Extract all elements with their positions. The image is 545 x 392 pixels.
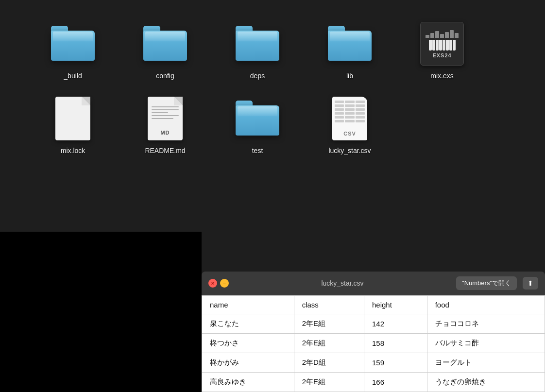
file-item-lucky-star[interactable]: CSV lucky_star.csv <box>306 94 393 154</box>
cell-height: 166 <box>364 373 427 392</box>
folder-icon-test <box>233 94 282 143</box>
file-item-mix-exs[interactable]: EXS24 mix.exs <box>398 19 486 80</box>
doc-icon-readme: MD <box>141 94 189 143</box>
file-item-build[interactable]: _build <box>29 19 117 80</box>
file-item-test[interactable]: test <box>214 94 301 154</box>
csv-icon-lucky-star: CSV <box>325 94 374 143</box>
preview-controls: ✕ – <box>208 279 229 288</box>
folder-icon-config <box>141 19 189 68</box>
cell-name: 柊つかさ <box>202 334 294 353</box>
cell-class: 2年E組 <box>294 334 364 353</box>
col-header-class: class <box>294 296 364 314</box>
cell-class: 2年E組 <box>294 373 364 392</box>
table-row: 泉こなた2年E組142チョココロネ <box>202 314 545 334</box>
file-label-config: config <box>156 72 174 80</box>
cell-class: 2年D組 <box>294 353 364 373</box>
folder-icon-deps <box>233 19 282 68</box>
file-label-mix-lock: mix.lock <box>61 147 85 154</box>
col-header-name: name <box>202 296 294 314</box>
close-icon: ✕ <box>211 281 215 286</box>
close-button[interactable]: ✕ <box>208 279 217 288</box>
file-label-deps: deps <box>250 72 265 80</box>
preview-filename: lucky_star.csv <box>235 279 450 287</box>
col-header-height: height <box>364 296 427 314</box>
table-row: 柊かがみ2年D組159ヨーグルト <box>202 353 545 373</box>
cell-food: バルサミコ酢 <box>427 334 545 353</box>
file-label-readme: README.md <box>145 147 185 154</box>
csv-preview: name class height food 泉こなた2年E組142チョココロネ… <box>202 295 545 392</box>
doc-icon-mix-lock <box>49 94 97 143</box>
folder-icon-lib <box>325 19 374 68</box>
file-item-deps[interactable]: deps <box>214 19 301 80</box>
cell-height: 142 <box>364 314 427 334</box>
minimize-icon: – <box>223 281 226 286</box>
file-item-config[interactable]: config <box>121 19 209 80</box>
file-label-lib: lib <box>346 72 353 80</box>
csv-table: name class height food 泉こなた2年E組142チョココロネ… <box>202 295 545 392</box>
cell-name: 柊かがみ <box>202 353 294 373</box>
cell-height: 159 <box>364 353 427 373</box>
file-item-readme[interactable]: MD README.md <box>121 94 209 154</box>
left-black-area <box>0 232 202 392</box>
cell-food: ヨーグルト <box>427 353 545 373</box>
preview-panel: ✕ – lucky_star.csv "Numbers"で開く ⬆ name c… <box>202 272 545 392</box>
table-row: 高良みゆき2年E組166うなぎの卵焼き <box>202 373 545 392</box>
cell-name: 泉こなた <box>202 314 294 334</box>
share-button[interactable]: ⬆ <box>523 277 538 290</box>
cell-food: チョココロネ <box>427 314 545 334</box>
cell-name: 高良みゆき <box>202 373 294 392</box>
file-item-mix-lock[interactable]: mix.lock <box>29 94 117 154</box>
file-label-test: test <box>252 147 263 154</box>
exs24-icon-mix: EXS24 <box>418 19 466 68</box>
share-icon: ⬆ <box>528 279 533 287</box>
table-header-row: name class height food <box>202 296 545 314</box>
file-label-mix-exs: mix.exs <box>430 72 453 80</box>
minimize-button[interactable]: – <box>220 279 229 288</box>
open-in-numbers-button[interactable]: "Numbers"で開く <box>456 276 517 290</box>
cell-food: うなぎの卵焼き <box>427 373 545 392</box>
preview-toolbar: ✕ – lucky_star.csv "Numbers"で開く ⬆ <box>202 272 545 295</box>
file-label-lucky-star: lucky_star.csv <box>328 147 371 154</box>
file-label-build: _build <box>64 72 82 80</box>
cell-height: 158 <box>364 334 427 353</box>
file-grid: _build config deps <box>0 0 545 174</box>
folder-icon-build <box>49 19 97 68</box>
file-item-lib[interactable]: lib <box>306 19 393 80</box>
col-header-food: food <box>427 296 545 314</box>
table-row: 柊つかさ2年E組158バルサミコ酢 <box>202 334 545 353</box>
cell-class: 2年E組 <box>294 314 364 334</box>
